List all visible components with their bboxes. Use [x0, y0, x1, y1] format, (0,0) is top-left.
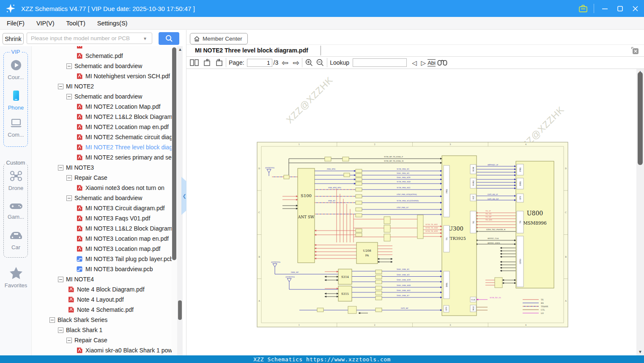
pdf-file-icon	[76, 46, 83, 49]
svg-text:A: A	[258, 300, 260, 302]
member-center-button[interactable]: Member Center	[190, 33, 248, 44]
rotate-right-icon[interactable]	[215, 58, 223, 68]
tree-file[interactable]: MI NOTE3 Circuit diagram.pdf	[32, 203, 172, 213]
tree-file[interactable]: MI NOTE3 Tail plug pcb layer.pcb	[32, 254, 172, 264]
collapse-toggle-icon[interactable]	[66, 63, 72, 69]
lookup-input[interactable]	[353, 58, 407, 67]
tree-file[interactable]: Note 4 Block Diagram.pdf	[32, 284, 172, 294]
tree-node[interactable]: Schematic and boardview	[32, 91, 172, 102]
sidebar-item-favorites[interactable]: Favorites	[0, 266, 32, 289]
collapse-toggle-icon[interactable]	[58, 277, 63, 282]
collapse-toggle-icon[interactable]	[66, 175, 72, 181]
scroll-up-icon[interactable]: ▲	[178, 47, 183, 52]
tree-file[interactable]: MI NOTE3 Faqs V01.pdf	[32, 213, 172, 223]
match-all-icon[interactable]	[437, 58, 447, 68]
find-next-icon[interactable]: ▷	[421, 60, 426, 66]
collapse-toggle-icon[interactable]	[66, 195, 72, 201]
search-button[interactable]	[159, 32, 179, 45]
vip-badge-icon[interactable]	[578, 4, 588, 13]
sidebar-item-drone[interactable]: Drone	[0, 170, 32, 191]
tree-file[interactable]: Note 4 Schematic.pdf	[32, 305, 172, 315]
tree-file[interactable]: MI NOTE2 Schematic circuit diagram.pdf	[32, 132, 172, 142]
pdf-scrollbar-thumb[interactable]	[638, 72, 643, 165]
shrink-button[interactable]: Shrink	[3, 33, 24, 44]
close-button[interactable]	[630, 4, 640, 13]
tree-file[interactable]: Schematic.pdf	[32, 51, 172, 61]
tree-file[interactable]: MI NOTE3 Location map.pdf	[32, 244, 172, 254]
collapse-toggle-icon[interactable]	[58, 84, 63, 89]
tree-node[interactable]: Schematic and boardview	[32, 193, 172, 203]
tree-file[interactable]: MI NOTE3 L1&L2 Block Diagram.pdf	[32, 223, 172, 234]
tree-node[interactable]: MI NOTE3	[32, 162, 172, 173]
menu-item-settings[interactable]: Settings(S)	[97, 20, 128, 27]
sidebar-item-phone[interactable]: Phone	[0, 89, 32, 111]
tree-file[interactable]: Note 4 Layout.pdf	[32, 294, 172, 305]
pdf-file-icon	[76, 73, 83, 80]
star-icon	[0, 266, 32, 281]
tree-file[interactable]: Xiaomi skr-a0 Black Shark 1 power	[32, 345, 172, 355]
svg-text:3: 3	[449, 143, 451, 146]
tree-file[interactable]: Xiaomi note3 does not turn on	[32, 183, 172, 193]
tree-node[interactable]: MI NOTE4	[32, 274, 172, 284]
tree-file[interactable]: MI NOTE2 Location map en.pdf	[32, 122, 172, 132]
collapse-toggle-icon[interactable]	[66, 338, 72, 343]
tree-file[interactable]	[32, 46, 172, 51]
sidebar-item-com[interactable]: Com...	[0, 117, 32, 138]
rotate-left-icon[interactable]	[203, 58, 211, 68]
collapse-toggle-icon[interactable]	[66, 94, 72, 99]
tree-file-label: MI Notehighest version SCH.pdf	[85, 73, 170, 80]
next-page-icon[interactable]: ⇨	[293, 59, 299, 67]
svg-text:ANTENNA: ANTENNA	[285, 276, 295, 278]
tree-file[interactable]: MI Notehighest version SCH.pdf	[32, 71, 172, 81]
tree-node[interactable]: Repair Case	[32, 335, 172, 345]
zoom-out-icon[interactable]	[316, 58, 324, 68]
match-case-icon[interactable]: Abi	[428, 59, 436, 66]
menu-item-tool[interactable]: Tool(T)	[66, 20, 85, 27]
close-tab-icon[interactable]	[631, 47, 639, 55]
collapse-toggle-icon[interactable]	[58, 327, 63, 333]
maximize-button[interactable]	[615, 4, 625, 13]
tree-file[interactable]: MI NOTE3 boardview.pcb	[32, 264, 172, 274]
model-search-input[interactable]	[27, 33, 152, 44]
pdf-file-icon	[68, 296, 74, 303]
tree-node[interactable]: Schematic and boardview	[32, 61, 172, 71]
two-page-view-icon[interactable]	[190, 58, 199, 68]
svg-text:U208: U208	[363, 249, 371, 253]
tree-file[interactable]: MI NOTE2 Location Map.pdf	[32, 102, 172, 112]
svg-text:D: D	[565, 167, 567, 170]
tree-file[interactable]: MI NOTE2 Three level block diagram.pdf	[32, 142, 172, 152]
scroll-down-icon[interactable]: ▼	[637, 349, 643, 355]
menu-item-vip[interactable]: VIP(V)	[36, 20, 55, 27]
svg-text:TX: TX	[446, 237, 448, 240]
sidebar-item-gam[interactable]: Gam...	[0, 201, 32, 220]
tree-scrollbar-thumb[interactable]	[172, 47, 176, 260]
tree-file-label: Schematic.pdf	[85, 52, 123, 59]
collapse-toggle-icon[interactable]	[49, 317, 55, 323]
pdf-file-icon	[76, 347, 83, 354]
pdf-viewer-canvas[interactable]: XZZ@XZZHKXZZ@XZZHKXZZ@XZZHKXZZ@XZZHK1122…	[186, 69, 636, 355]
tree-node-label: Schematic and boardview	[74, 63, 142, 69]
tree-node[interactable]: Black Shark Series	[32, 315, 172, 325]
tree-node[interactable]: Repair Case	[32, 173, 172, 183]
tree-file[interactable]: MI NOTE2 L1&L2 Block Diagram.pdf	[32, 112, 172, 122]
sidebar-item-cour[interactable]: Cour...	[0, 59, 32, 80]
tree-node[interactable]: MI NOTE2	[32, 81, 172, 91]
zoom-in-icon[interactable]	[305, 58, 313, 68]
minimize-button[interactable]	[600, 4, 609, 13]
tree-file[interactable]: MI NOTE2 series primary and secondary.pd…	[32, 152, 172, 162]
panel-scrollbar-thumb[interactable]	[178, 300, 182, 320]
file-tree: Schematic.pdfSchematic and boardviewMI N…	[32, 46, 172, 355]
collapse-toggle-icon[interactable]	[58, 165, 63, 170]
find-previous-icon[interactable]: ◁	[412, 60, 417, 66]
chevron-down-icon[interactable]: ▾	[144, 36, 146, 41]
svg-text:U800: U800	[527, 210, 543, 217]
sidebar-item-car[interactable]: Car	[0, 230, 32, 250]
tree-node-label: Repair Case	[74, 174, 107, 181]
menu-item-file[interactable]: File(F)	[7, 20, 25, 27]
page-number-input[interactable]	[247, 59, 272, 67]
pcb-file-icon	[76, 256, 83, 262]
previous-page-icon[interactable]: ⇦	[282, 59, 288, 67]
tab-document[interactable]: MI NOTE2 Three level block diagram.pdf	[195, 47, 308, 54]
tree-file[interactable]: MI NOTE3 Location map en.pdf	[32, 234, 172, 244]
tree-node[interactable]: Black Shark 1	[32, 325, 172, 335]
